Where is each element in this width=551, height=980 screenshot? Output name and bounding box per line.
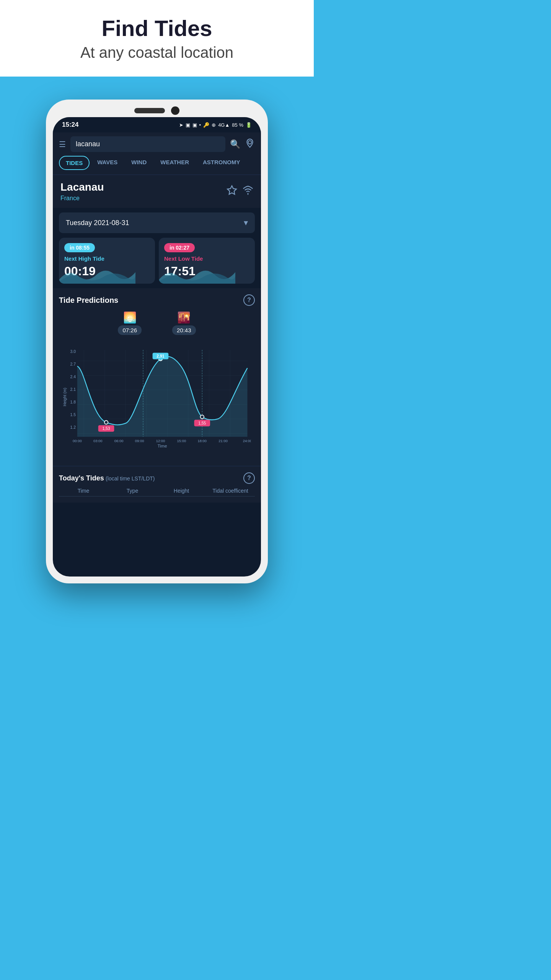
svg-text:15:00: 15:00: [177, 439, 186, 443]
svg-text:2.1: 2.1: [70, 387, 76, 392]
favorite-icon[interactable]: [227, 185, 237, 198]
tabs-bar: TIDES WAVES WIND WEATHER ASTRONOMY: [53, 156, 261, 175]
svg-point-31: [201, 415, 204, 418]
signal-icon: 4G▲: [218, 122, 230, 128]
svg-text:18:00: 18:00: [197, 439, 207, 443]
page-header: Find Tides At any coastal location: [0, 0, 314, 61]
svg-text:03:00: 03:00: [93, 439, 103, 443]
sunrise-icon: 🌅: [123, 311, 137, 324]
low-tide-card: in 02:27 Next Low Tide 17:51: [159, 238, 255, 284]
svg-text:1.5: 1.5: [70, 413, 76, 417]
low-tide-label: Next Low Tide: [164, 255, 249, 262]
img-icon: ▣: [192, 122, 197, 128]
svg-text:2.7: 2.7: [70, 362, 76, 366]
msg-icon: ▣: [186, 122, 190, 128]
phone-notch: [53, 106, 261, 115]
date-display: Tuesday 2021-08-31: [66, 219, 129, 227]
svg-text:24:00: 24:00: [243, 439, 251, 443]
sunset-time: 20:43: [172, 325, 196, 335]
svg-text:1.2: 1.2: [70, 425, 76, 430]
location-action-icons: [227, 185, 253, 198]
col-type: Type: [108, 488, 157, 494]
predictions-title: Tide Predictions: [59, 296, 118, 305]
sunset-item: 🌇 20:43: [172, 311, 196, 335]
svg-text:1,53: 1,53: [102, 426, 110, 431]
phone-screen: 15:24 ➤ ▣ ▣ • 🔑 ⊕ 4G▲ 85 % 🔋 ☰ lacanau 🔍: [53, 117, 261, 577]
location-icon[interactable]: [245, 138, 255, 150]
location-header: Lacanau France: [53, 175, 261, 208]
svg-text:Time: Time: [158, 444, 167, 448]
todays-tides-heading: Today's Tides (local time LST/LDT): [59, 474, 155, 482]
svg-text:1.8: 1.8: [70, 400, 76, 404]
tides-table-header: Time Type Height Tidal coefficent: [59, 484, 255, 497]
dot-icon: •: [199, 122, 201, 128]
nav-icon: ➤: [179, 122, 183, 128]
signal-tower-icon[interactable]: [243, 185, 253, 198]
location-country: France: [60, 195, 104, 202]
svg-text:00:00: 00:00: [73, 439, 82, 443]
svg-text:2.4: 2.4: [70, 375, 76, 379]
predictions-header: Tide Predictions ?: [59, 294, 255, 306]
svg-text:Height (m): Height (m): [63, 388, 67, 407]
tab-tides[interactable]: TIDES: [59, 156, 90, 170]
svg-text:06:00: 06:00: [114, 439, 124, 443]
wifi-icon: ⊕: [212, 122, 216, 128]
status-time: 15:24: [62, 121, 78, 129]
phone-speaker: [134, 108, 165, 113]
predictions-help-button[interactable]: ?: [243, 294, 255, 306]
high-tide-badge: in 08:55: [64, 243, 95, 252]
svg-text:1,55: 1,55: [198, 421, 206, 425]
status-icons: ➤ ▣ ▣ • 🔑 ⊕ 4G▲ 85 % 🔋: [179, 122, 252, 128]
search-icon[interactable]: 🔍: [230, 139, 240, 149]
high-tide-label: Next High Tide: [64, 255, 150, 262]
svg-text:3.0: 3.0: [70, 350, 76, 354]
sun-times: 🌅 07:26 🌇 20:43: [59, 311, 255, 335]
col-tidal-coeff: Tidal coefficent: [206, 488, 255, 494]
svg-text:12:00: 12:00: [156, 439, 165, 443]
tide-chart: 3.0 2.7 2.4 2.1 1.8 1.5 1.2 Height (m) 0…: [59, 340, 255, 460]
col-time: Time: [59, 488, 108, 494]
date-picker[interactable]: Tuesday 2021-08-31 ▾: [59, 212, 255, 233]
chevron-down-icon: ▾: [244, 218, 248, 228]
high-tide-card: in 08:55 Next High Tide 00:19: [59, 238, 155, 284]
svg-text:09:00: 09:00: [135, 439, 144, 443]
battery-text: 85 %: [232, 122, 243, 128]
svg-text:21:00: 21:00: [218, 439, 228, 443]
low-tide-badge: in 02:27: [164, 243, 195, 252]
todays-tides-subtitle: (local time LST/LDT): [106, 475, 155, 482]
tab-wind[interactable]: WIND: [125, 156, 153, 170]
phone-wrapper: 15:24 ➤ ▣ ▣ • 🔑 ⊕ 4G▲ 85 % 🔋 ☰ lacanau 🔍: [0, 100, 314, 614]
tab-astronomy[interactable]: ASTRONOMY: [197, 156, 246, 170]
location-name: Lacanau: [60, 181, 104, 193]
key-icon: 🔑: [203, 122, 209, 128]
sunrise-time: 07:26: [118, 325, 142, 335]
svg-rect-0: [0, 77, 314, 92]
phone-device: 15:24 ➤ ▣ ▣ • 🔑 ⊕ 4G▲ 85 % 🔋 ☰ lacanau 🔍: [46, 100, 268, 583]
svg-point-25: [104, 421, 108, 424]
todays-tides-title: Today's Tides: [59, 474, 104, 482]
sunrise-item: 🌅 07:26: [118, 311, 142, 335]
tab-waves[interactable]: WAVES: [91, 156, 124, 170]
todays-tides-section: Today's Tides (local time LST/LDT) ? Tim…: [53, 466, 261, 503]
sunset-icon: 🌇: [177, 311, 191, 324]
battery-icon: 🔋: [246, 122, 252, 128]
todays-tides-help-button[interactable]: ?: [243, 472, 255, 484]
location-info: Lacanau France: [60, 181, 104, 202]
col-height: Height: [157, 488, 206, 494]
svg-marker-2: [227, 186, 236, 194]
wave-divider: [0, 61, 314, 92]
phone-camera: [171, 106, 179, 115]
tab-weather[interactable]: WEATHER: [154, 156, 195, 170]
page-subtitle: At any coastal location: [8, 44, 306, 61]
svg-point-1: [248, 140, 252, 144]
predictions-section: Tide Predictions ? 🌅 07:26 🌇 20:43: [53, 288, 261, 466]
page-title: Find Tides: [8, 15, 306, 41]
svg-text:2,91: 2,91: [156, 354, 164, 358]
search-bar: ☰ lacanau 🔍: [53, 132, 261, 156]
tide-cards: in 08:55 Next High Tide 00:19 in 02:27 N…: [53, 238, 261, 288]
hamburger-icon[interactable]: ☰: [59, 140, 66, 149]
search-input[interactable]: lacanau: [70, 136, 225, 152]
status-bar: 15:24 ➤ ▣ ▣ • 🔑 ⊕ 4G▲ 85 % 🔋: [53, 117, 261, 132]
